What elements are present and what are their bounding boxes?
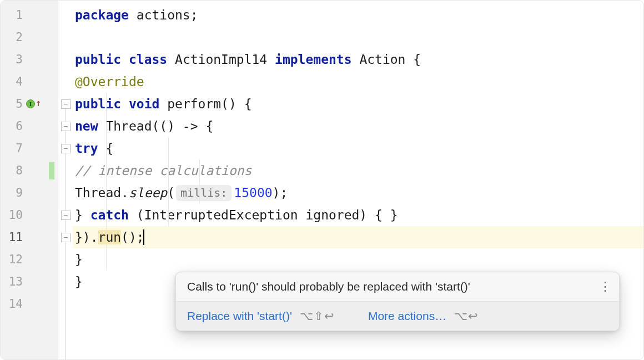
code-line[interactable]: try { (73, 137, 643, 159)
line-number: 13 (1, 275, 23, 288)
fold-toggle-icon[interactable]: − (61, 211, 71, 220)
line-number: 10 (1, 208, 23, 222)
code-line[interactable]: // intense calculations (73, 159, 643, 182)
inspection-message: Calls to 'run()' should probably be repl… (187, 280, 470, 293)
code-line[interactable]: public void perform() { (73, 93, 643, 115)
fold-toggle-icon[interactable]: − (61, 99, 71, 109)
code-line[interactable]: package actions; (73, 4, 643, 26)
line-number: 3 (1, 53, 23, 66)
shortcut-hint: ⌥⇧↩ (300, 309, 335, 323)
line-number: 9 (1, 186, 23, 199)
line-number: 7 (1, 142, 23, 155)
fold-toggle-icon[interactable]: − (61, 122, 71, 131)
line-number: 11 (1, 231, 23, 244)
text-caret (143, 229, 144, 245)
override-gutter-icon[interactable]: I (26, 99, 35, 108)
code-line[interactable]: Thread.sleep(millis:15000); (73, 182, 643, 204)
inspection-warning-span[interactable]: run (98, 230, 122, 244)
line-number: 14 (1, 297, 23, 311)
code-line-active[interactable]: }).run(); (73, 226, 643, 248)
shortcut-hint: ⌥↩ (454, 309, 479, 323)
fold-strip: − − − − − (58, 1, 73, 359)
gutter: 1 2 3 4 5 I ↑ 6 7 8 9 10 11 12 13 14 (1, 1, 58, 359)
inspection-popup: Calls to 'run()' should probably be repl… (175, 272, 620, 331)
code-line[interactable]: } catch (InterruptedException ignored) {… (73, 204, 643, 226)
more-actions-link[interactable]: More actions… (368, 309, 446, 323)
line-number: 6 (1, 119, 23, 133)
code-line[interactable] (73, 26, 643, 48)
vcs-change-marker[interactable] (49, 162, 54, 179)
line-number: 12 (1, 253, 23, 266)
inlay-parameter-hint: millis: (176, 185, 232, 201)
line-number: 2 (1, 31, 23, 44)
code-line[interactable]: } (73, 248, 643, 271)
quickfix-primary-action[interactable]: Replace with 'start()' (187, 309, 292, 323)
up-arrow-icon: ↑ (36, 98, 41, 108)
fold-toggle-icon[interactable]: − (61, 233, 71, 242)
kebab-menu-icon[interactable]: ⋮ (599, 281, 611, 293)
fold-toggle-icon[interactable]: − (61, 144, 71, 153)
line-number: 1 (1, 8, 23, 22)
line-number: 4 (1, 75, 23, 88)
line-number: 8 (1, 164, 23, 177)
line-number: 5 (1, 97, 23, 111)
code-line[interactable]: new Thread(() -> { (73, 115, 643, 137)
code-line[interactable]: @Override (73, 71, 643, 93)
code-line[interactable]: public class ActionImpl14 implements Act… (73, 48, 643, 71)
